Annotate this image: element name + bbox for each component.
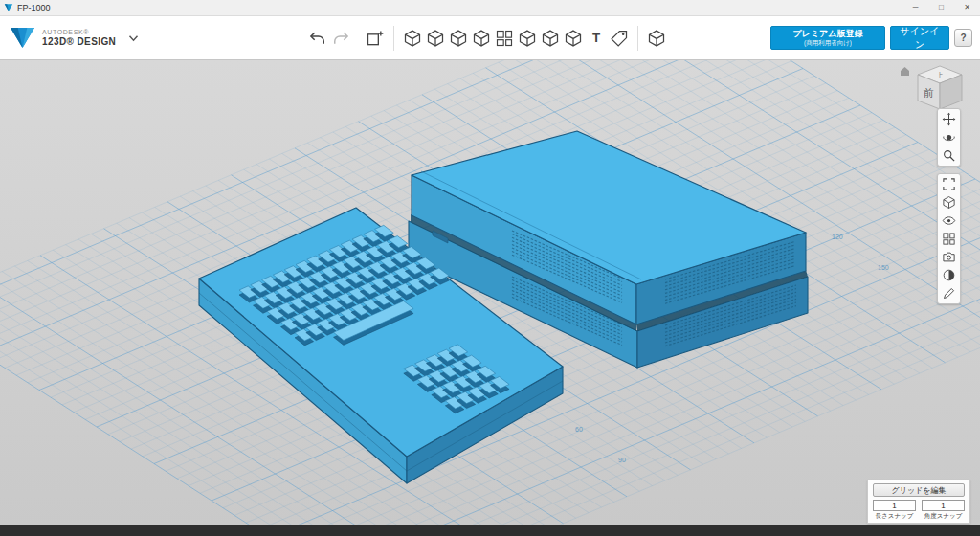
measure-icon[interactable]: [562, 27, 585, 50]
viewport[interactable]: 30 60 90 120 150: [0, 60, 980, 525]
sign-in-button[interactable]: サインイン: [890, 26, 949, 50]
material-icon[interactable]: [608, 27, 631, 50]
chevron-down-icon[interactable]: [128, 34, 139, 42]
parts-icon[interactable]: [939, 230, 959, 248]
tool-strip: T: [306, 16, 668, 59]
app-window: FP-1000 ─ □ ✕ AUTODESK® 123D® DESIGN T: [0, 0, 980, 536]
palette-group: [937, 108, 961, 167]
construct-icon[interactable]: [447, 27, 470, 50]
pattern-icon[interactable]: [493, 27, 516, 50]
minimize-button[interactable]: ─: [902, 0, 928, 15]
maximize-button[interactable]: □: [928, 0, 954, 15]
material-icon[interactable]: [939, 266, 959, 284]
autodesk-123d-logo: [10, 26, 35, 50]
app-menu[interactable]: AUTODESK® 123D® DESIGN: [0, 26, 139, 50]
window-title: FP-1000: [17, 3, 51, 12]
app-icon: [4, 3, 13, 12]
3d-canvas[interactable]: 30 60 90 120 150: [0, 60, 980, 525]
title-bar: FP-1000 ─ □ ✕: [0, 0, 980, 16]
brand-line1: AUTODESK®: [42, 29, 116, 36]
grid-tick: 90: [618, 457, 626, 463]
length-snap-input[interactable]: [873, 500, 916, 511]
wireframe-icon[interactable]: [939, 193, 959, 212]
modify-icon[interactable]: [470, 27, 493, 50]
orbit-icon[interactable]: [939, 128, 959, 146]
visibility-icon[interactable]: [939, 212, 959, 230]
snap-icon[interactable]: [645, 27, 668, 50]
fit-view-icon[interactable]: [939, 175, 959, 193]
navigation-palette: [937, 108, 961, 304]
home-icon[interactable]: [901, 67, 909, 76]
annotate-icon[interactable]: [939, 284, 959, 302]
grid-settings-panel: グリッドを編集 長さスナップ 角度スナップ: [867, 480, 970, 524]
help-button[interactable]: ?: [954, 29, 972, 47]
main-toolbar: AUTODESK® 123D® DESIGN T プレミアム版登録 (商用利用者…: [0, 16, 980, 60]
zoom-icon[interactable]: [939, 146, 959, 165]
edit-grid-button[interactable]: グリッドを編集: [873, 483, 965, 497]
toolbar-divider: [637, 26, 638, 51]
viewcube-front-label: 前: [923, 87, 934, 99]
toolbar-divider: [393, 26, 394, 51]
premium-signup-button[interactable]: プレミアム版登録 (商用利用者向け): [770, 26, 885, 50]
premium-sublabel: (商用利用者向け): [804, 39, 852, 46]
palette-group: [937, 173, 961, 304]
redo-icon[interactable]: [329, 27, 352, 50]
length-snap-label: 長さスナップ: [876, 512, 914, 521]
grid-tick: 60: [575, 426, 583, 433]
text-icon[interactable]: T: [585, 27, 608, 50]
combine-icon[interactable]: [539, 27, 562, 50]
undo-icon[interactable]: [306, 27, 329, 50]
grid-tick: 120: [832, 234, 843, 240]
grouping-icon[interactable]: [516, 27, 539, 50]
account-area: プレミアム版登録 (商用利用者向け) サインイン ?: [770, 26, 980, 50]
angle-snap-input[interactable]: [922, 500, 965, 511]
pan-icon[interactable]: [939, 110, 959, 128]
transform-icon[interactable]: [364, 27, 387, 50]
taskbar: [0, 525, 980, 536]
grid-tick: 150: [878, 264, 889, 271]
brand-line2: 123D® DESIGN: [42, 36, 116, 48]
camera-icon[interactable]: [939, 248, 959, 266]
svg-text:T: T: [592, 31, 600, 45]
viewcube-top-label: 上: [937, 72, 944, 78]
angle-snap-label: 角度スナップ: [924, 512, 963, 521]
premium-label: プレミアム版登録: [792, 30, 862, 39]
close-button[interactable]: ✕: [954, 0, 980, 15]
primitives-icon[interactable]: [401, 27, 424, 50]
sketch-icon[interactable]: [424, 27, 447, 50]
